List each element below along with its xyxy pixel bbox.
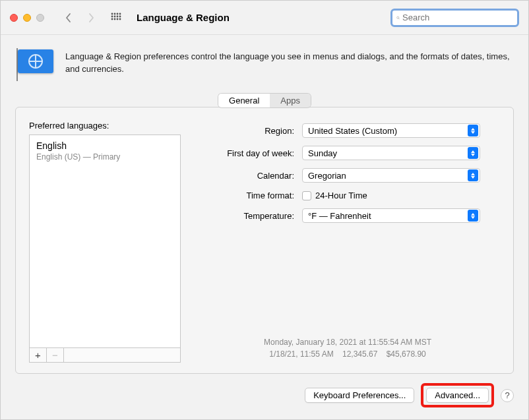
tab-control: General Apps [218,94,311,107]
svg-point-0 [111,13,113,15]
svg-point-2 [117,13,119,15]
region-value: United States (Custom) [308,126,397,136]
svg-point-8 [111,18,113,20]
language-name: English [36,140,173,151]
calendar-label: Calendar: [195,171,294,181]
language-region-icon [15,47,56,84]
temperature-label: Temperature: [195,211,294,221]
back-button[interactable] [63,12,75,24]
svg-line-13 [398,18,399,18]
tab-apps[interactable]: Apps [270,94,311,107]
keyboard-preferences-button[interactable]: Keyboard Preferences... [305,388,414,403]
search-input[interactable] [402,13,513,22]
updown-icon [468,169,478,181]
temperature-value: °F — Fahrenheit [308,211,371,221]
first-day-value: Sunday [308,148,337,158]
advanced-highlight: Advanced... [421,383,494,407]
show-all-button[interactable] [110,12,122,24]
first-day-label: First day of week: [195,148,294,158]
svg-point-9 [114,18,116,20]
svg-point-6 [117,15,119,17]
calendar-select[interactable]: Gregorian [302,168,480,183]
svg-point-10 [117,18,119,20]
format-example: Monday, January 18, 2021 at 11:55:54 AM … [195,324,500,363]
calendar-value: Gregorian [308,171,346,181]
window-controls [10,14,44,22]
first-day-select[interactable]: Sunday [302,146,480,160]
forward-button[interactable] [85,12,97,24]
search-field[interactable] [390,9,519,27]
updown-icon [468,125,478,136]
preferred-languages-list[interactable]: English English (US) — Primary + − [29,135,181,363]
language-subtitle: English (US) — Primary [36,152,173,162]
svg-point-11 [119,18,121,20]
svg-point-7 [119,15,121,17]
updown-icon [468,210,478,222]
svg-point-4 [111,15,113,17]
svg-point-1 [114,13,116,15]
remove-language-button: − [47,348,64,362]
zoom-window-button [36,14,44,22]
example-line-1: Monday, January 18, 2021 at 11:55:54 AM … [195,336,500,348]
region-select[interactable]: United States (Custom) [302,123,480,138]
help-button[interactable]: ? [501,389,514,402]
24hour-checkbox-label: 24-Hour Time [315,191,367,200]
pane-description: Language & Region preferences control th… [65,47,514,76]
tab-general[interactable]: General [218,94,270,107]
minus-icon: − [52,350,58,360]
search-icon [396,13,400,22]
temperature-select[interactable]: °F — Fahrenheit [302,208,480,223]
plus-icon: + [35,350,41,360]
close-window-button[interactable] [10,14,18,22]
add-language-button[interactable]: + [30,348,47,362]
minimize-window-button[interactable] [23,14,31,22]
svg-point-5 [114,15,116,17]
region-label: Region: [195,126,294,136]
advanced-button[interactable]: Advanced... [426,388,489,403]
example-line-2: 1/18/21, 11:55 AM 12,345.67 $45,678.90 [195,348,500,360]
language-row[interactable]: English English (US) — Primary [36,140,173,162]
window-title: Language & Region [137,12,230,23]
toolbar: Language & Region [1,1,528,35]
svg-point-3 [119,13,121,15]
24hour-checkbox[interactable] [302,191,311,200]
preferred-languages-label: Preferred languages: [29,121,181,131]
updown-icon [468,147,478,159]
time-format-label: Time format: [195,191,294,200]
